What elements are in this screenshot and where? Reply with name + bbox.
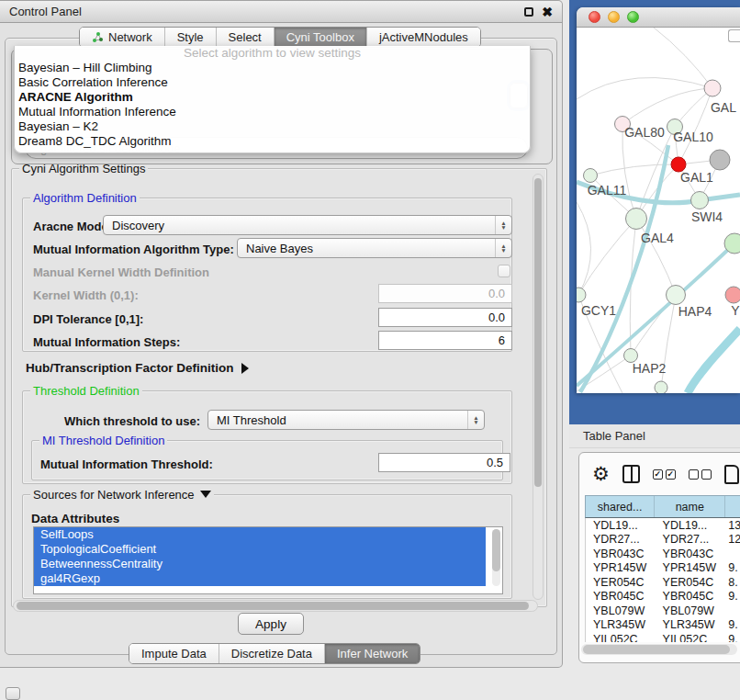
table-row[interactable]: YPR145WYPR145W9. <box>586 561 740 576</box>
scrollbar-thumb[interactable] <box>583 645 730 654</box>
tab-cyni-toolbox[interactable]: Cyni Toolbox <box>275 28 367 47</box>
network-node-hap4[interactable] <box>667 286 686 305</box>
kernel-width-field[interactable]: 0.0 <box>378 284 512 303</box>
tab-jactivemnodules[interactable]: jActiveMNodules <box>367 28 480 47</box>
network-node-swi4[interactable] <box>691 192 709 209</box>
algorithm-option-dream8-dc-tdc-algorithm[interactable]: Dream8 DC_TDC Algorithm <box>15 134 530 149</box>
bottom-tab-discretize-data[interactable]: Discretize Data <box>219 644 325 663</box>
checked-checkboxes-icon[interactable]: ✓✓ <box>653 469 676 480</box>
minimize-traffic-light-icon[interactable] <box>608 11 620 23</box>
algorithm-option-aracne-algorithm[interactable]: ARACNE Algorithm <box>15 90 530 105</box>
close-traffic-light-icon[interactable] <box>589 11 600 23</box>
network-icon <box>92 31 104 43</box>
data-attributes-list[interactable]: SelfLoopsTopologicalCoefficientBetweenne… <box>33 526 503 594</box>
attribute-item-betweennesscentrality[interactable]: BetweennessCentrality <box>34 557 486 571</box>
dpi-tolerance-field[interactable]: 0.0 <box>378 308 512 327</box>
which-threshold-combo[interactable]: MI Threshold ▲▼ <box>207 410 485 430</box>
table-toolbar: ⚙ ✓✓ <box>579 453 740 495</box>
network-node-gal4[interactable] <box>626 209 647 230</box>
attribute-item-selfloops[interactable]: SelfLoops <box>34 527 486 542</box>
network-node[interactable] <box>710 150 730 170</box>
columns-icon[interactable] <box>622 465 640 483</box>
table-row[interactable]: YDL19...YDL19...13 <box>586 518 740 533</box>
algorithm-option-basic-correlation-inference[interactable]: Basic Correlation Inference <box>15 75 530 90</box>
algorithm-option-mutual-information-inference[interactable]: Mutual Information Inference <box>15 105 530 119</box>
network-nodes: GALGAL80GAL10GAL1GAL11SWI4GAL4GCY1HAP4YH… <box>577 80 740 393</box>
zoom-traffic-light-icon[interactable] <box>627 11 639 23</box>
node-label-gal11: GAL11 <box>588 183 627 198</box>
network-node[interactable] <box>724 233 740 254</box>
tab-style[interactable]: Style <box>165 28 217 47</box>
mi-type-value: Naive Bayes <box>246 242 313 255</box>
algorithm-option-bayesian-k2[interactable]: Bayesian – K2 <box>15 119 530 134</box>
table-row[interactable]: YLR345WYLR345W9. <box>586 618 740 633</box>
float-window-icon[interactable] <box>524 7 533 17</box>
control-panel-window: Control Panel ✖ NetworkStyleSelectCyni T… <box>0 0 563 668</box>
network-node-gcy1[interactable] <box>577 288 586 302</box>
sources-title: Sources for Network Inference <box>30 488 214 502</box>
data-attributes-label: Data Attributes <box>31 512 119 525</box>
network-node-gal11[interactable] <box>584 169 598 183</box>
column-header-name[interactable]: name <box>655 496 725 517</box>
tab-label: Select <box>229 30 262 44</box>
table-cell: 9. <box>726 590 740 604</box>
scrollbar-thumb[interactable] <box>534 178 542 487</box>
dropdown-prompt: Select algorithm to view settings <box>15 46 530 61</box>
network-node-gal[interactable] <box>704 80 721 96</box>
window-title: Control Panel <box>0 5 82 18</box>
aracne-mode-label: Aracne Mode: <box>33 220 112 233</box>
apply-button[interactable]: Apply <box>238 613 304 635</box>
table-row[interactable]: YBL079WYBL079W <box>586 604 740 618</box>
settings-horizontal-scrollbar[interactable] <box>13 600 538 612</box>
network-node-y[interactable] <box>725 287 740 303</box>
expander-arrow-icon <box>241 363 249 374</box>
collapse-arrow-icon[interactable] <box>200 491 211 498</box>
table-header-row: shared...nameA <box>585 495 740 518</box>
attribute-item-topologicalcoefficient[interactable]: TopologicalCoefficient <box>34 542 486 557</box>
bottom-tab-infer-network[interactable]: Infer Network <box>325 644 420 663</box>
close-window-icon[interactable]: ✖ <box>542 7 553 17</box>
table-cell: YER054C <box>656 575 727 590</box>
kernel-width-label: Kernel Width (0,1): <box>33 288 139 302</box>
table-horizontal-scrollbar[interactable] <box>581 644 737 655</box>
table-row[interactable]: YER054CYER054C8. <box>586 575 740 590</box>
document-icon[interactable] <box>724 465 739 484</box>
mi-steps-field[interactable]: 6 <box>378 331 512 350</box>
network-node[interactable] <box>655 381 667 393</box>
manual-kernel-checkbox[interactable] <box>498 265 510 277</box>
table-row[interactable]: YBR045CYBR045C9. <box>586 590 740 604</box>
table-panel-title: Table Panel <box>569 429 645 443</box>
mi-type-combo[interactable]: Naive Bayes ▲▼ <box>237 238 512 258</box>
node-attribute-table: shared...nameA YDL19...YDL19...13YDR27..… <box>585 495 740 642</box>
kernel-width-value: 0.0 <box>488 287 505 300</box>
tab-label: jActiveMNodules <box>379 30 468 44</box>
mi-threshold-field[interactable]: 0.5 <box>378 453 510 472</box>
table-cell: YIL052C <box>586 632 656 642</box>
tab-network[interactable]: Network <box>80 28 165 47</box>
screen: Control Panel ✖ NetworkStyleSelectCyni T… <box>0 0 740 700</box>
column-header-a[interactable]: A <box>725 496 740 517</box>
network-canvas[interactable]: GALGAL80GAL10GAL1GAL11SWI4GAL4GCY1HAP4YH… <box>577 28 740 393</box>
table-row[interactable]: YIL052CYIL052C9. <box>586 632 740 642</box>
node-label-hap2: HAP2 <box>633 361 667 376</box>
column-header-shared[interactable]: shared... <box>586 496 655 517</box>
table-cell: YBR043C <box>586 547 656 561</box>
collapsed-panel-icon[interactable] <box>6 687 20 700</box>
unchecked-checkboxes-icon[interactable] <box>689 469 712 480</box>
tab-select[interactable]: Select <box>217 28 275 47</box>
hub-definition-expander[interactable]: Hub/Transcription Factor Definition <box>26 361 249 375</box>
bottom-tab-impute-data[interactable]: Impute Data <box>129 644 219 663</box>
list-scrollbar[interactable] <box>492 529 500 586</box>
algorithm-option-bayesian-hill-climbing[interactable]: Bayesian – Hill Climbing <box>15 61 530 75</box>
table-rows: YDL19...YDL19...13YDR27...YDR27...12YBR0… <box>585 518 740 642</box>
table-row[interactable]: YBR043CYBR043C <box>586 547 740 561</box>
mi-steps-value: 6 <box>499 333 505 347</box>
attribute-item-gal4rgexp[interactable]: gal4RGexp <box>34 571 486 586</box>
table-row[interactable]: YDR27...YDR27...12 <box>586 533 740 548</box>
which-threshold-value: MI Threshold <box>217 413 286 427</box>
gear-icon[interactable]: ⚙ <box>592 465 610 483</box>
settings-vertical-scrollbar[interactable] <box>533 174 544 600</box>
aracne-mode-combo[interactable]: Discovery ▲▼ <box>103 215 512 235</box>
scrollbar-thumb[interactable] <box>17 602 529 610</box>
mi-threshold-value: 0.5 <box>487 456 503 469</box>
